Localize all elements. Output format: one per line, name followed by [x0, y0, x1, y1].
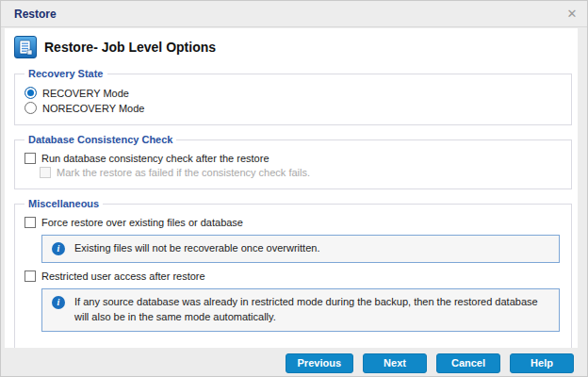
- recovery-state-section: Recovery State RECOVERY Mode NORECOVERY …: [14, 68, 572, 125]
- miscellaneous-section: Miscellaneous Force restore over existin…: [14, 198, 572, 349]
- document-icon: [14, 36, 37, 58]
- consistency-check-section: Database Consistency Check Run database …: [14, 134, 572, 189]
- restricted-access-note-text: If any source database was already in re…: [74, 295, 549, 325]
- info-icon: i: [52, 296, 65, 309]
- restricted-access-label[interactable]: Restricted user access after restore: [41, 270, 205, 282]
- force-restore-option[interactable]: Force restore over existing files or dat…: [24, 217, 564, 228]
- page-header: Restore- Job Level Options: [5, 28, 578, 64]
- norecovery-mode-option[interactable]: NORECOVERY Mode: [24, 102, 564, 114]
- miscellaneous-legend: Miscellaneous: [24, 198, 103, 209]
- recovery-mode-label[interactable]: RECOVERY Mode: [42, 88, 129, 99]
- run-consistency-check-checkbox[interactable]: [24, 153, 36, 164]
- mark-failed-checkbox: [40, 167, 51, 178]
- norecovery-mode-radio[interactable]: [24, 102, 37, 114]
- run-consistency-check-label[interactable]: Run database consistency check after the…: [41, 153, 270, 164]
- restricted-access-checkbox[interactable]: [24, 270, 36, 282]
- cancel-button[interactable]: Cancel: [436, 353, 500, 373]
- dialog-footer: Previous Next Cancel Help: [1, 348, 588, 377]
- recovery-mode-radio[interactable]: [24, 87, 37, 99]
- force-restore-note: i Existing files will not be recoverable…: [41, 235, 560, 263]
- norecovery-mode-label[interactable]: NORECOVERY Mode: [42, 103, 144, 114]
- run-consistency-check-option[interactable]: Run database consistency check after the…: [24, 153, 564, 164]
- close-icon[interactable]: ✕: [564, 7, 580, 22]
- force-restore-label[interactable]: Force restore over existing files or dat…: [41, 217, 243, 228]
- dialog-titlebar: Restore ✕: [1, 1, 588, 27]
- restricted-access-option[interactable]: Restricted user access after restore: [24, 270, 564, 282]
- help-button[interactable]: Help: [510, 353, 574, 373]
- mark-failed-option: Mark the restore as failed if the consis…: [40, 167, 564, 178]
- next-button[interactable]: Next: [363, 353, 427, 373]
- force-restore-checkbox[interactable]: [24, 217, 36, 228]
- consistency-check-legend: Database Consistency Check: [24, 134, 176, 145]
- info-icon: i: [52, 242, 65, 255]
- restore-dialog: { "window": { "title": "Restore" }, "ico…: [0, 0, 588, 377]
- mark-failed-label: Mark the restore as failed if the consis…: [57, 167, 310, 178]
- dialog-title: Restore: [14, 1, 57, 27]
- page-title: Restore- Job Level Options: [44, 40, 216, 55]
- restricted-access-note: i If any source database was already in …: [41, 288, 560, 332]
- force-restore-note-text: Existing files will not be recoverable o…: [74, 241, 319, 256]
- recovery-state-legend: Recovery State: [24, 68, 107, 79]
- previous-button[interactable]: Previous: [286, 353, 353, 373]
- content-panel: Restore- Job Level Options Recovery Stat…: [5, 28, 578, 348]
- recovery-mode-option[interactable]: RECOVERY Mode: [24, 87, 564, 99]
